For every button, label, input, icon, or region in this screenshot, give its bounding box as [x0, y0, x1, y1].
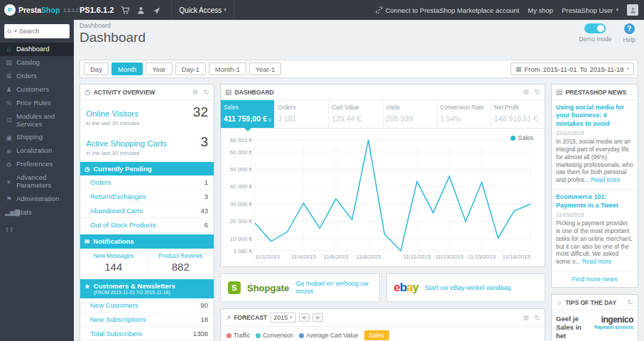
pending-orders-row[interactable]: Orders1	[80, 175, 214, 190]
forecast-prev-button[interactable]: «	[299, 313, 310, 322]
sidebar-item-dashboard[interactable]: ⌂Dashboard	[0, 43, 74, 56]
filter-day-1-button[interactable]: Day-1	[175, 63, 206, 75]
price-rules-icon: %	[5, 99, 13, 107]
gear-icon[interactable]: ⚙	[523, 88, 530, 96]
kpi-cart-value[interactable]: Cart Value 129,44 €	[329, 100, 383, 128]
refresh-icon[interactable]: ↻	[628, 298, 633, 306]
shopgate-ad[interactable]: S Shopgate Ga mobiel en verhoog uw omzet	[220, 274, 380, 302]
online-visitors-row[interactable]: Online Visitors 32	[80, 100, 214, 120]
ebay-ad[interactable]: ebay Start uw eBay-winkel vandaag	[386, 274, 546, 302]
filter-year-1-button[interactable]: Year-1	[249, 63, 282, 75]
sidebar-item-customers[interactable]: ♟Customers	[0, 83, 74, 97]
search-input[interactable]	[19, 28, 67, 35]
dashboard-panel-icon: ▧	[225, 88, 231, 96]
sidebar-item-advanced-parameters[interactable]: ∗Advanced Parameters	[0, 171, 74, 193]
help-control: ? Help	[623, 23, 635, 43]
abandoned-carts-row[interactable]: Abandoned Carts43	[80, 204, 214, 218]
filter-month-button[interactable]: Month	[111, 63, 143, 75]
chevron-down-icon: ▾	[616, 7, 618, 13]
forecast-icon: ↗	[225, 314, 231, 322]
gear-icon[interactable]: ⚙	[523, 314, 530, 322]
read-more-link[interactable]: Read more	[591, 176, 620, 183]
active-carts-value: 3	[200, 134, 208, 150]
notifications-cells: New Messages 144 Product Reviews 882	[80, 249, 214, 277]
refresh-icon[interactable]: ↻	[535, 88, 540, 96]
kpi-sales[interactable]: Sales 411 759,00 € tax excl.	[221, 100, 275, 128]
marketplace-link[interactable]: Connect to PrestaShop Marketplace accoun…	[376, 6, 520, 14]
gear-icon[interactable]: ⚙	[192, 88, 199, 96]
sidebar-search[interactable]: ▾	[4, 24, 70, 38]
quick-access-menu[interactable]: Quick Access▾	[171, 0, 234, 20]
sidebar-item-orders[interactable]: ⊞Orders	[0, 70, 74, 83]
find-more-news-link[interactable]: Find more news	[552, 271, 638, 287]
sales-legend-dot	[511, 136, 515, 141]
kpi-tiles: Sales 411 759,00 € tax excl. Orders 3 18…	[221, 100, 545, 129]
customers-date-range: (FROM 2015-11-01 TO 2015-11-18)	[94, 290, 175, 296]
refresh-icon[interactable]: ↻	[535, 314, 540, 322]
help-icon[interactable]: ?	[624, 23, 635, 34]
date-filter-bar: Day Month Year Day-1 Month-1 Year-1 ▦ Fr…	[80, 60, 638, 78]
rocket-icon[interactable]	[152, 6, 161, 15]
sidebar-item-stats[interactable]: ▂▅▇Stats	[0, 206, 74, 220]
svg-text:11/15/2015: 11/15/2015	[468, 254, 496, 260]
new-subscriptions-row[interactable]: New Subscriptions18	[80, 313, 214, 327]
date-range-picker[interactable]: ▦ From2015-11-01 To2015-11-18 ▾	[511, 63, 634, 75]
chevron-down-icon: ▾	[626, 66, 629, 72]
sidebar-item-price-rules[interactable]: %Price Rules	[0, 97, 74, 110]
version-label: 1.6.1.2	[63, 8, 78, 13]
dashboard-icon: ⌂	[5, 45, 13, 53]
filter-year-button[interactable]: Year	[146, 63, 172, 75]
sidebar-item-catalog[interactable]: ▤Catalog	[0, 56, 74, 70]
profile-icon[interactable]	[136, 6, 146, 15]
new-customers-row[interactable]: New Customers90	[80, 298, 214, 313]
user-menu[interactable]: PrestaShop User▾	[562, 6, 618, 14]
forecast-next-button[interactable]: »	[312, 313, 323, 322]
out-of-stock-row[interactable]: Out of Stock Products6	[80, 218, 214, 232]
date-to: 2015-11-18	[590, 65, 624, 73]
kpi-visits[interactable]: Visits 205 939	[383, 100, 437, 128]
date-from: 2015-11-01	[543, 65, 577, 73]
kpi-orders[interactable]: Orders 3 181	[275, 100, 329, 128]
search-icon	[7, 28, 12, 35]
read-more-link[interactable]: Read more	[582, 258, 611, 265]
page-title: Dashboard	[80, 30, 146, 45]
shopgate-link[interactable]: Ga mobiel en verhoog uw omzet	[295, 280, 371, 296]
forecast-legend-average-cart-value[interactable]: Average Cart Value	[299, 332, 358, 339]
pending-returns-row[interactable]: Return/Exchanges3	[80, 190, 214, 204]
active-carts-row[interactable]: Active Shopping Carts 3	[80, 130, 214, 150]
dashboard-panel: ▧ DASHBOARD ⚙ ↻ Sales 411 759,00 € tax e…	[220, 84, 545, 267]
search-scope-caret[interactable]: ▾	[14, 28, 17, 34]
sidebar-item-shipping[interactable]: ▣Shipping	[0, 131, 74, 144]
avatar[interactable]	[627, 4, 638, 16]
localization-icon: ⊕	[5, 148, 13, 155]
sidebar-item-preferences[interactable]: ⚙Preferences	[0, 158, 74, 171]
total-subscribers-row[interactable]: Total Subscribers1308	[80, 327, 214, 341]
new-messages-cell[interactable]: New Messages 144	[80, 249, 148, 277]
svg-text:66 912 €: 66 912 €	[230, 137, 253, 144]
my-shop-link[interactable]: My shop	[528, 6, 553, 14]
filter-day-button[interactable]: Day	[84, 63, 109, 75]
shop-name-link[interactable]: PS1.6.1.2	[80, 6, 114, 14]
kpi-conversion-rate[interactable]: Conversion Rate 1.54%	[437, 100, 491, 128]
sidebar-item-modules[interactable]: ⊡Modules and Services	[0, 110, 74, 131]
ebay-link[interactable]: Start uw eBay-winkel vandaag	[425, 284, 511, 292]
demo-mode-toggle[interactable]	[584, 23, 606, 33]
filter-month-1-button[interactable]: Month-1	[209, 63, 246, 75]
forecast-year-select[interactable]: 2015▾	[270, 313, 296, 323]
sidebar-item-localization[interactable]: ⊕Localization	[0, 144, 74, 158]
sidebar-collapse-icon[interactable]: ‖ ‖	[0, 220, 74, 241]
kpi-net-profit[interactable]: Net Profit 148 918,51 €	[491, 100, 545, 128]
forecast-legend-sales[interactable]: Sales	[364, 330, 389, 340]
product-reviews-cell[interactable]: Product Reviews 882	[148, 249, 214, 277]
news-article-title[interactable]: Ecommerce 101: Payments in a Tweet	[556, 193, 633, 210]
chart-legend[interactable]: Sales	[511, 134, 533, 141]
forecast-legend-traffic[interactable]: Traffic	[227, 332, 250, 339]
advanced-parameters-icon: ∗	[5, 178, 13, 185]
refresh-icon[interactable]: ↻	[204, 88, 209, 96]
prestashop-logo[interactable]: P PrestaShop 1.6.1.2	[0, 4, 74, 16]
forecast-legend-conversion[interactable]: Conversion	[256, 332, 293, 339]
breadcrumb[interactable]: Dashboard	[80, 22, 146, 29]
news-article-title[interactable]: Using social media for your business: 4 …	[556, 104, 633, 128]
sidebar-item-administration[interactable]: ⚑Administration	[0, 193, 74, 206]
cart-icon[interactable]	[121, 6, 130, 15]
